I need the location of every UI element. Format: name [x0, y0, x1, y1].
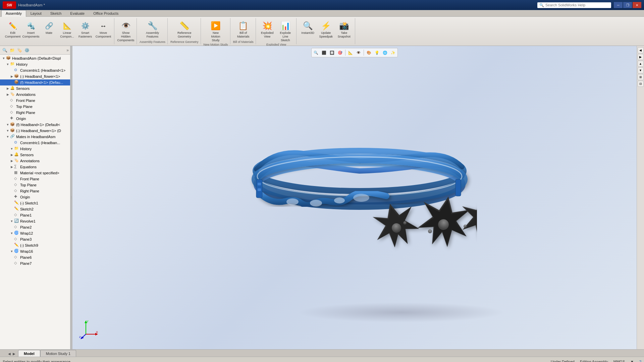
tree-hb-expanded[interactable]: ▼ 📦 (f) Headband<1> (Default<	[0, 122, 70, 128]
hbe-icon: 📦	[10, 122, 15, 127]
tree-wrap12[interactable]: ▼ 🌀 Wrap12	[0, 230, 70, 236]
panel-expand-button[interactable]: »	[66, 48, 69, 53]
new-motion-study-button[interactable]: ▶️ NewMotionStudy	[207, 19, 224, 43]
tree-sketch2[interactable]: ✏️ Sketch2	[0, 206, 70, 212]
tab-sketch[interactable]: Sketch	[46, 10, 66, 16]
hf-label: (-) Headband_flower<1>	[20, 74, 60, 78]
tree-headband-selected[interactable]: 📦 (f) Headband<1> (Defau...	[0, 79, 70, 85]
right-btn-4[interactable]: ▼	[638, 67, 644, 73]
units-dropdown[interactable]: ▼	[630, 360, 634, 362]
tree-sketch9[interactable]: ✏️ (-) Sketch9	[0, 242, 70, 248]
tree-material[interactable]: ▦ Material <not specified>	[0, 170, 70, 176]
tree-origin[interactable]: ✚ Origin	[0, 116, 70, 122]
tree-annotations[interactable]: ▶ 🏷️ Annotations	[0, 92, 70, 98]
view-orient-button[interactable]: 🎯	[336, 49, 344, 56]
explode-line-sketch-button[interactable]: 📊 ExplodeLineSketch	[277, 19, 294, 43]
tab-assembly[interactable]: Assembly	[1, 10, 26, 17]
panel-tool-2[interactable]: 📁	[9, 47, 15, 54]
tree-plane1[interactable]: ◇ Plane1	[0, 212, 70, 218]
close-button[interactable]: ✕	[633, 2, 641, 8]
window-controls: ─ ❐ ✕	[614, 2, 641, 8]
tree-concentric1b[interactable]: ⊙ Concentric1 (Headban...	[0, 140, 70, 146]
zoom-to-fit-button[interactable]: ⬛	[320, 49, 328, 56]
tree-plane6[interactable]: ◇ Plane6	[0, 254, 70, 260]
3d-viewport[interactable]: 🔍 ⬛ 🔲 🎯 📐 👁️ 🎨 💡 🌐 ✨	[72, 46, 637, 349]
lighting-button[interactable]: 💡	[373, 49, 381, 56]
right-btn-2[interactable]: ▶	[638, 54, 644, 60]
right-btn-1[interactable]: ◀	[638, 47, 644, 53]
tree-concentric1[interactable]: ⊙ Concentric1 (Headband<1>	[0, 67, 70, 73]
edit-component-button[interactable]: ✏️ EditComponent	[4, 19, 21, 40]
tree-revolve1[interactable]: ▼ 🔄 Revolve1	[0, 218, 70, 224]
show-hidden-button[interactable]: 👁️ ShowHiddenComponents	[117, 19, 135, 43]
realview-button[interactable]: ✨	[389, 49, 397, 56]
bill-of-materials-button[interactable]: 📋 Bill ofMaterials	[234, 19, 252, 40]
tab-nav-right[interactable]: ▶	[12, 352, 16, 356]
tree-equations[interactable]: ▶ ∑ Equations	[0, 164, 70, 170]
scene-button[interactable]: 🌐	[381, 49, 389, 56]
tab-layout[interactable]: Layout	[26, 10, 46, 16]
tree-plane7[interactable]: ◇ Plane7	[0, 260, 70, 266]
tree-history[interactable]: ▼ 📁 History	[0, 61, 70, 67]
smart-fasteners-button[interactable]: ⚙️ SmartFasteners	[76, 19, 94, 40]
move-component-button[interactable]: ↔️ MoveComponent	[95, 19, 112, 40]
tree-hbf-expanded[interactable]: ▼ 📦 (-) Headband_flower<1> (D	[0, 128, 70, 134]
tab-motion-study-1[interactable]: Motion Study 1	[40, 350, 76, 357]
tree-right-plane[interactable]: ◇ Right Plane	[0, 110, 70, 116]
svg-text:X: X	[96, 330, 98, 334]
panel-tool-3[interactable]: 🏷️	[16, 47, 23, 54]
zoom-selection-button[interactable]: 🔲	[328, 49, 336, 56]
tree-top-plane[interactable]: ◇ Top Plane	[0, 104, 70, 110]
tree-front-plane[interactable]: ◇ Front Plane	[0, 98, 70, 104]
ref-geometry-group-label: Reference Geometry	[170, 40, 199, 44]
zoom-in-button[interactable]: 🔍	[312, 49, 320, 56]
tree-wrap16[interactable]: ▼ 🌀 Wrap16	[0, 248, 70, 254]
help-icon[interactable]: ?	[639, 360, 641, 362]
tree-right-plane2[interactable]: ◇ Right Plane	[0, 188, 70, 194]
assembly-features-button[interactable]: 🔧 AssemblyFeatures	[144, 19, 161, 40]
tree-top-plane2[interactable]: ◇ Top Plane	[0, 182, 70, 188]
instant3d-button[interactable]: 🔍 Instant3D	[299, 19, 317, 36]
right-btn-5[interactable]: ⊞	[638, 74, 644, 80]
insert-components-button[interactable]: 🔩 InsertComponents	[22, 19, 40, 40]
appearance-button[interactable]: 🎨	[365, 49, 373, 56]
tab-nav-left[interactable]: ◀	[7, 352, 11, 356]
tree-front-plane2[interactable]: ◇ Front Plane	[0, 176, 70, 182]
tab-evaluate[interactable]: Evaluate	[66, 10, 89, 16]
linear-component-button[interactable]: 📐 LinearCompon...	[58, 19, 76, 40]
tree-headband-flower[interactable]: ▶ 📦 (-) Headband_flower<1>	[0, 73, 70, 79]
tree-history2[interactable]: ▼ 📁 History	[0, 146, 70, 152]
tree-sensors[interactable]: ▶ 🔔 Sensors	[0, 85, 70, 92]
mate-button[interactable]: 🔗 Mate	[40, 19, 58, 36]
display-style-button[interactable]: 📐	[347, 49, 354, 56]
tree-sensors2[interactable]: ▶ 🔔 Sensors	[0, 152, 70, 158]
take-snapshot-button[interactable]: 📸 TakeSnapshot	[335, 19, 353, 40]
right-btn-3[interactable]: ▲	[638, 61, 644, 67]
tree-annotations2[interactable]: ▶ 🏷️ Annotations	[0, 158, 70, 164]
tree-sketch1[interactable]: ✏️ (-) Sketch1	[0, 200, 70, 206]
tree-root[interactable]: ▼ 📦 HeadbandAsm (Default<Displ	[0, 55, 70, 61]
exploded-view-button[interactable]: 💥 ExplodedView	[259, 19, 276, 40]
tree-mates[interactable]: ▼ 🔗 Mates in HeadbandAsm	[0, 134, 70, 140]
rp2-label: Right Plane	[20, 189, 39, 193]
tab-model[interactable]: Model	[18, 350, 40, 357]
update-speedpak-button[interactable]: ⚡ UpdateSpeedpak	[317, 19, 335, 40]
panel-tool-1[interactable]: 🔍	[1, 47, 8, 54]
tab-office-products[interactable]: Office Products	[89, 10, 123, 16]
reference-geometry-button[interactable]: 📏 ReferenceGeometry	[176, 19, 193, 40]
help-search[interactable]: 🔍	[537, 2, 611, 8]
right-btn-6[interactable]: ⊟	[638, 81, 644, 87]
a2-expand-icon: ▶	[9, 159, 14, 163]
search-icon: 🔍	[539, 3, 544, 7]
tree-plane3[interactable]: ◇ Plane3	[0, 236, 70, 242]
restore-button[interactable]: ❐	[623, 2, 632, 8]
minimize-button[interactable]: ─	[614, 2, 623, 8]
panel-tool-4[interactable]: ⚙️	[23, 47, 30, 54]
wr12-label: Wrap12	[20, 231, 33, 235]
tree-plane2[interactable]: ◇ Plane2	[0, 224, 70, 230]
mate-icon: 🔗	[44, 20, 54, 31]
tree-origin2[interactable]: ✚ Origin	[0, 194, 70, 200]
search-input[interactable]	[545, 3, 606, 7]
hide-show-button[interactable]: 👁️	[355, 49, 362, 56]
exploded-view-label: ExplodedView	[261, 31, 274, 39]
